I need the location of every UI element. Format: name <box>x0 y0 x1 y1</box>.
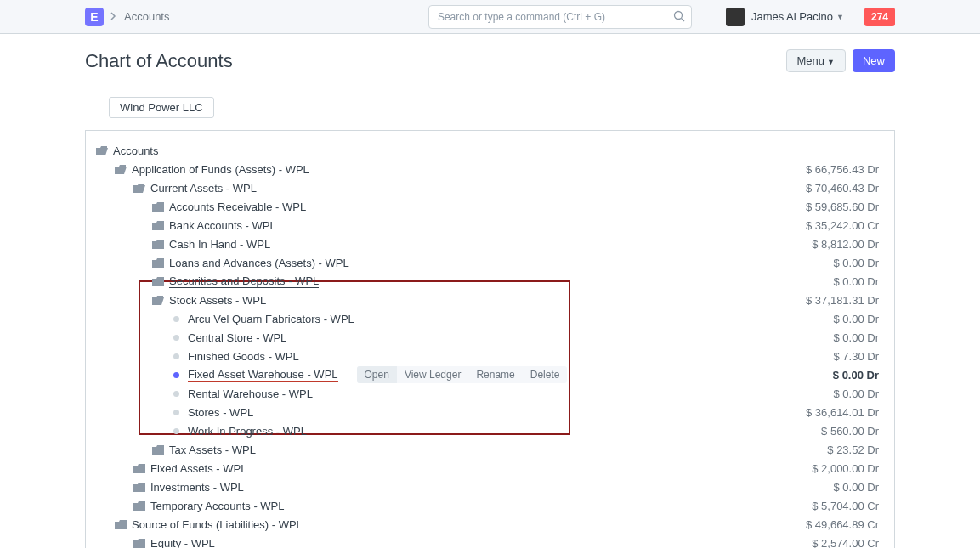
tree-leaf-selected[interactable]: Fixed Asset Warehouse - WPL Open View Le… <box>91 365 882 384</box>
app-logo[interactable]: E <box>85 8 104 26</box>
tree-node[interactable]: Accounts Receivable - WPL $ 59,685.60 Dr <box>91 197 882 216</box>
tree-label[interactable]: Current Assets - WPL <box>150 182 257 195</box>
folder-open-icon <box>115 165 127 174</box>
tree-leaf[interactable]: Work In Progress - WPL $ 560.00 Dr <box>91 421 882 440</box>
bullet-icon <box>173 410 179 415</box>
amount: $ 2,574.00 Cr <box>812 537 879 549</box>
chevron-down-icon: ▼ <box>836 13 844 21</box>
amount: $ 0.00 Dr <box>834 313 879 325</box>
company-filter[interactable]: Wind Power LLC <box>109 97 214 118</box>
menu-button[interactable]: Menu▼ <box>786 49 846 72</box>
tree-node[interactable]: Cash In Hand - WPL $ 8,812.00 Dr <box>91 234 882 253</box>
tree-label[interactable]: Tax Assets - WPL <box>169 443 256 456</box>
tree-label[interactable]: Application of Funds (Assets) - WPL <box>132 163 309 176</box>
tree-leaf[interactable]: Rental Warehouse - WPL $ 0.00 Dr <box>91 384 882 403</box>
amount: $ 7.30 Dr <box>834 350 879 363</box>
tree-node[interactable]: Securities and Deposits - WPL $ 0.00 Dr <box>91 272 882 291</box>
chevron-down-icon: ▼ <box>827 58 835 66</box>
tree-label[interactable]: Stores - WPL <box>188 406 253 419</box>
folder-icon <box>133 483 145 492</box>
tree-node[interactable]: Fixed Assets - WPL $ 2,000.00 Dr <box>91 459 882 477</box>
tree-label[interactable]: Equity - WPL <box>150 537 215 549</box>
tree-label[interactable]: Temporary Accounts - WPL <box>150 500 285 512</box>
search-icon <box>673 10 685 25</box>
tree-label[interactable]: Arcu Vel Quam Fabricators - WPL <box>188 313 354 325</box>
tree-label[interactable]: Accounts Receivable - WPL <box>169 201 306 213</box>
bullet-icon <box>173 316 179 322</box>
row-actions: Open View Ledger Rename Delete <box>357 366 568 383</box>
tree-label[interactable]: Central Store - WPL <box>188 331 286 344</box>
amount: $ 23.52 Dr <box>827 443 879 456</box>
tree-node[interactable]: Source of Funds (Liabilities) - WPL $ 49… <box>91 515 882 534</box>
folder-icon <box>133 539 145 548</box>
breadcrumb-separator <box>110 10 117 23</box>
tree-leaf[interactable]: Stores - WPL $ 36,614.01 Dr <box>91 403 882 421</box>
tree-label[interactable]: Rental Warehouse - WPL <box>188 387 313 400</box>
action-rename[interactable]: Rename <box>468 366 522 383</box>
new-button[interactable]: New <box>853 49 895 72</box>
bullet-icon <box>173 372 179 378</box>
tree-node[interactable]: Temporary Accounts - WPL $ 5,704.00 Cr <box>91 496 882 515</box>
tree-leaf[interactable]: Finished Goods - WPL $ 7.30 Dr <box>91 347 882 365</box>
tree-node-stock-assets[interactable]: Stock Assets - WPL $ 37,181.31 Dr <box>91 291 882 309</box>
amount: $ 36,614.01 Dr <box>806 406 879 419</box>
page-title: Chart of Accounts <box>85 50 233 72</box>
tree-label[interactable]: Work In Progress - WPL <box>188 425 307 438</box>
tree-node[interactable]: Investments - WPL $ 0.00 Dr <box>91 477 882 496</box>
tree-label[interactable]: Accounts <box>113 144 158 157</box>
notification-badge[interactable]: 274 <box>864 8 895 26</box>
tree-node[interactable]: Equity - WPL $ 2,574.00 Cr <box>91 534 882 548</box>
bullet-icon <box>173 353 179 359</box>
amount: $ 66,756.43 Dr <box>806 163 879 176</box>
breadcrumb[interactable]: Accounts <box>124 10 169 23</box>
folder-icon <box>133 501 145 511</box>
folder-icon <box>152 445 164 455</box>
tree-label[interactable]: Fixed Asset Warehouse - WPL <box>188 368 338 381</box>
search-box <box>428 5 692 29</box>
tree-leaf[interactable]: Arcu Vel Quam Fabricators - WPL $ 0.00 D… <box>91 309 882 328</box>
page-header: Chart of Accounts Menu▼ New <box>0 34 980 88</box>
folder-icon <box>152 277 164 286</box>
search-input[interactable] <box>428 5 692 29</box>
tree-label[interactable]: Cash In Hand - WPL <box>169 238 270 251</box>
amount: $ 59,685.60 Dr <box>806 201 879 213</box>
action-delete[interactable]: Delete <box>523 366 568 383</box>
tree-label[interactable]: Bank Accounts - WPL <box>169 219 276 232</box>
tree-node[interactable]: Loans and Advances (Assets) - WPL $ 0.00… <box>91 253 882 272</box>
tree-label[interactable]: Fixed Assets - WPL <box>150 462 246 475</box>
folder-icon <box>152 240 164 249</box>
username: James Al Pacino <box>751 10 833 23</box>
amount: $ 0.00 Dr <box>834 275 879 288</box>
amount: $ 70,460.43 Dr <box>806 182 879 195</box>
avatar <box>726 8 745 26</box>
tree-leaf[interactable]: Central Store - WPL $ 0.00 Dr <box>91 328 882 347</box>
amount: $ 2,000.00 Dr <box>812 462 879 475</box>
tree-label[interactable]: Stock Assets - WPL <box>169 294 266 307</box>
tree-label[interactable]: Finished Goods - WPL <box>188 350 299 363</box>
action-view-ledger[interactable]: View Ledger <box>397 366 469 383</box>
tree-label[interactable]: Investments - WPL <box>150 481 244 494</box>
amount: $ 0.00 Dr <box>834 481 879 494</box>
content: Wind Power LLC Accounts Application of F… <box>0 88 980 548</box>
tree-label[interactable]: Source of Funds (Liabilities) - WPL <box>132 518 303 531</box>
amount: $ 0.00 Dr <box>834 257 879 269</box>
action-open[interactable]: Open <box>357 366 397 383</box>
tree-node-accounts[interactable]: Accounts <box>91 141 882 160</box>
svg-point-0 <box>674 11 682 19</box>
amount: $ 35,242.00 Cr <box>806 219 879 232</box>
amount: $ 0.00 Dr <box>834 387 879 400</box>
tree-node[interactable]: Bank Accounts - WPL $ 35,242.00 Cr <box>91 216 882 234</box>
tree-label[interactable]: Securities and Deposits - WPL <box>169 274 319 288</box>
amount: $ 5,704.00 Cr <box>812 500 879 512</box>
svg-line-1 <box>681 18 684 21</box>
tree-node[interactable]: Tax Assets - WPL $ 23.52 Dr <box>91 440 882 459</box>
tree-node[interactable]: Current Assets - WPL $ 70,460.43 Dr <box>91 178 882 197</box>
bullet-icon <box>173 335 179 341</box>
user-menu[interactable]: James Al Pacino ▼ <box>726 8 844 26</box>
folder-icon <box>115 520 127 529</box>
tree-node[interactable]: Application of Funds (Assets) - WPL $ 66… <box>91 160 882 178</box>
folder-icon <box>152 258 164 268</box>
folder-open-icon <box>133 184 145 193</box>
amount: $ 8,812.00 Dr <box>812 238 879 251</box>
tree-label[interactable]: Loans and Advances (Assets) - WPL <box>169 257 349 269</box>
